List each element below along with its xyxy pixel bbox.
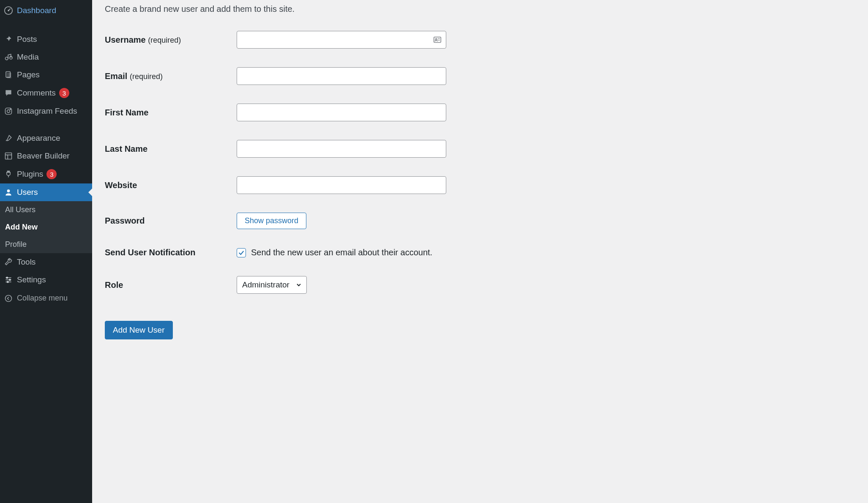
svg-rect-21 <box>434 37 441 43</box>
role-select[interactable]: Administrator <box>237 276 307 294</box>
svg-point-1 <box>8 10 9 11</box>
sidebar-item-appearance[interactable]: Appearance <box>0 129 92 147</box>
first-name-input[interactable] <box>237 104 446 121</box>
label-text: Email <box>105 71 127 81</box>
svg-point-8 <box>10 109 11 110</box>
website-label: Website <box>105 180 237 190</box>
svg-point-7 <box>7 110 10 113</box>
menu-separator <box>0 21 92 30</box>
comment-icon <box>2 88 15 98</box>
brush-icon <box>2 134 15 143</box>
notification-checkbox-label: Send the new user an email about their a… <box>251 248 432 257</box>
sidebar-item-tools[interactable]: Tools <box>0 253 92 271</box>
svg-point-13 <box>7 189 10 192</box>
chevron-down-icon <box>295 282 302 288</box>
sidebar-item-pages[interactable]: Pages <box>0 66 92 84</box>
menu-separator <box>0 120 92 129</box>
svg-point-22 <box>435 38 437 40</box>
svg-point-2 <box>5 57 8 60</box>
required-text: (required) <box>130 72 163 81</box>
website-input[interactable] <box>237 176 446 194</box>
field-row-username: Username (required) <box>105 31 855 49</box>
email-label: Email (required) <box>105 71 237 81</box>
main-content: Create a brand new user and add them to … <box>92 0 868 503</box>
notification-checkbox[interactable] <box>237 248 246 257</box>
sidebar-item-label: Dashboard <box>17 6 56 15</box>
username-input[interactable] <box>237 31 446 49</box>
sidebar-item-plugins[interactable]: Plugins 3 <box>0 165 92 183</box>
field-row-email: Email (required) <box>105 67 855 85</box>
submenu-item-add-new[interactable]: Add New <box>0 219 92 236</box>
svg-point-19 <box>7 281 8 282</box>
role-selected-value: Administrator <box>242 280 289 290</box>
sidebar-item-posts[interactable]: Posts <box>0 30 92 48</box>
email-input[interactable] <box>237 67 446 85</box>
sidebar-item-label: Instagram Feeds <box>17 107 77 116</box>
sidebar-item-label: Posts <box>17 35 37 44</box>
layout-icon <box>2 151 15 161</box>
first-name-label: First Name <box>105 108 237 118</box>
label-text: Username <box>105 35 146 44</box>
svg-rect-5 <box>7 73 11 78</box>
svg-rect-9 <box>5 153 12 159</box>
field-row-password: Password Show password <box>105 213 855 229</box>
sidebar-item-users[interactable]: Users <box>0 183 92 201</box>
contact-card-icon <box>433 35 442 44</box>
comments-badge: 3 <box>59 88 69 98</box>
username-label: Username (required) <box>105 35 237 45</box>
field-row-first-name: First Name <box>105 104 855 121</box>
sidebar-item-dashboard[interactable]: Dashboard <box>0 0 92 21</box>
add-new-user-button[interactable]: Add New User <box>105 321 173 339</box>
admin-sidebar: Dashboard Posts Media Pages Comments 3 I… <box>0 0 92 503</box>
sidebar-item-beaver-builder[interactable]: Beaver Builder <box>0 147 92 165</box>
pin-icon <box>2 35 15 44</box>
sidebar-item-label: Beaver Builder <box>17 151 70 161</box>
sidebar-item-label: Plugins <box>17 169 43 179</box>
sidebar-item-label: Media <box>17 52 39 62</box>
required-text: (required) <box>148 36 181 44</box>
password-label: Password <box>105 216 237 226</box>
svg-point-17 <box>6 277 8 278</box>
sidebar-item-label: Pages <box>17 70 40 79</box>
sidebar-item-comments[interactable]: Comments 3 <box>0 84 92 102</box>
field-row-website: Website <box>105 176 855 194</box>
show-password-button[interactable]: Show password <box>237 213 306 229</box>
notification-label: Send User Notification <box>105 248 237 257</box>
sidebar-item-label: Users <box>17 188 38 197</box>
sidebar-item-instagram-feeds[interactable]: Instagram Feeds <box>0 102 92 120</box>
last-name-input[interactable] <box>237 140 446 158</box>
intro-text: Create a brand new user and add them to … <box>105 4 855 14</box>
collapse-menu-button[interactable]: Collapse menu <box>0 289 92 308</box>
sidebar-item-settings[interactable]: Settings <box>0 271 92 289</box>
submenu-item-profile[interactable]: Profile <box>0 236 92 253</box>
svg-point-18 <box>9 279 11 280</box>
collapse-icon <box>2 294 15 303</box>
submenu-item-all-users[interactable]: All Users <box>0 201 92 219</box>
sidebar-item-label: Comments <box>17 88 56 98</box>
user-icon <box>2 188 15 197</box>
pages-icon <box>2 70 15 79</box>
last-name-label: Last Name <box>105 144 237 154</box>
collapse-label: Collapse menu <box>17 294 68 303</box>
sidebar-item-label: Settings <box>17 275 46 284</box>
sidebar-item-label: Tools <box>17 257 35 267</box>
media-icon <box>2 52 15 62</box>
field-row-last-name: Last Name <box>105 140 855 158</box>
role-label: Role <box>105 280 237 290</box>
svg-point-20 <box>5 295 12 301</box>
field-row-notification: Send User Notification Send the new user… <box>105 248 855 257</box>
sliders-icon <box>2 275 15 284</box>
instagram-icon <box>2 107 15 116</box>
plug-icon <box>2 169 15 179</box>
dashboard-icon <box>2 6 15 15</box>
plugins-badge: 3 <box>46 169 57 179</box>
sidebar-item-label: Appearance <box>17 134 60 143</box>
field-row-role: Role Administrator <box>105 276 855 294</box>
sidebar-item-media[interactable]: Media <box>0 48 92 66</box>
users-submenu: All Users Add New Profile <box>0 201 92 253</box>
wrench-icon <box>2 257 15 267</box>
